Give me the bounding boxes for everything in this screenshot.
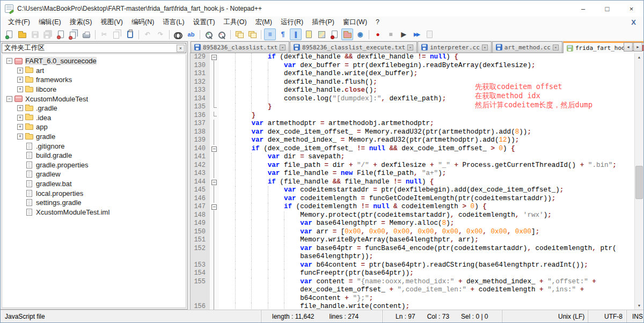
stop-macro-icon[interactable]: ■ bbox=[385, 28, 397, 40]
tab-scroll-left-icon[interactable]: ◄ bbox=[624, 42, 633, 52]
tree-item-frameworks[interactable]: +frameworks bbox=[2, 75, 186, 85]
save-all-icon[interactable] bbox=[42, 28, 54, 40]
code-text[interactable]: dexfile_handle.flush(); bbox=[219, 78, 634, 87]
paste-icon[interactable] bbox=[124, 28, 136, 40]
tree-item-gradlew-bat[interactable]: gradlew.bat bbox=[2, 179, 186, 189]
code-line-155[interactable]: 155var content = "{name:ooxx,method_idx:… bbox=[191, 278, 634, 303]
tree-expander-icon[interactable]: − bbox=[6, 96, 12, 102]
fold-toggle-icon[interactable]: − bbox=[211, 204, 217, 210]
menu-item-7[interactable]: 工具(O) bbox=[219, 17, 251, 28]
code-text[interactable]: if (dex_code_item_offset_ != null && dex… bbox=[219, 145, 634, 153]
code-line-139[interactable]: 139var dex_method_index_ = Memory.readU3… bbox=[191, 136, 634, 145]
code-line-138[interactable]: 138var dex_code_item_offset_ = Memory.re… bbox=[191, 128, 634, 137]
tree-expander-icon[interactable]: + bbox=[17, 86, 23, 92]
run-macro-multiple-icon[interactable]: ▶▶ bbox=[411, 28, 422, 40]
code-text[interactable]: var dir = savepath; bbox=[219, 153, 634, 162]
scroll-down-icon[interactable]: ▼ bbox=[635, 302, 643, 310]
code-line-156[interactable]: 156file_handle.write(content); bbox=[191, 303, 634, 310]
close-all-icon[interactable] bbox=[68, 28, 79, 40]
tree-expander-icon[interactable]: + bbox=[17, 77, 23, 83]
code-line-135[interactable]: 135} bbox=[191, 103, 634, 112]
tree-item-settings-gradle[interactable]: settings.gradle bbox=[2, 198, 186, 208]
document-map-icon[interactable] bbox=[316, 28, 327, 40]
code-text[interactable]: console.log("[dumpdex]:", dexfile_path); bbox=[219, 95, 634, 104]
code-text[interactable]: if (dexfile_handle && dexfile_handle != … bbox=[219, 53, 634, 62]
record-macro-icon[interactable]: ● bbox=[372, 28, 384, 40]
function-list-icon[interactable] bbox=[328, 28, 340, 40]
maximize-button[interactable]: □ bbox=[595, 1, 619, 17]
find-icon[interactable] bbox=[172, 28, 184, 40]
code-text[interactable]: var codeitemstartaddr = ptr(dexfilebegin… bbox=[219, 186, 634, 195]
tab-8958236-classlist-execute-txt[interactable]: 8958236_classlist_execute.txt× bbox=[290, 41, 417, 53]
menu-item-6[interactable]: 设置(T) bbox=[189, 17, 219, 28]
code-text[interactable]: var dex_method_index_ = Memory.readU32(p… bbox=[219, 136, 634, 145]
close-tab-icon[interactable]: × bbox=[407, 45, 413, 50]
menu-item-8[interactable]: 宏(M) bbox=[251, 17, 276, 28]
menu-item-4[interactable]: 编码(N) bbox=[127, 17, 158, 28]
code-line-132[interactable]: 132dexfile_handle.flush(); bbox=[191, 78, 634, 87]
code-line-147[interactable]: 147−if (codeitemlength != null & codeite… bbox=[191, 203, 634, 211]
menu-item-5[interactable]: 语言(L) bbox=[158, 17, 188, 28]
code-line-134[interactable]: 134console.log("[dumpdex]:", dexfile_pat… bbox=[191, 95, 634, 104]
close-tab-icon[interactable]: × bbox=[280, 45, 286, 50]
menu-item-1[interactable]: 编辑(E) bbox=[34, 17, 65, 28]
save-icon[interactable] bbox=[29, 28, 41, 40]
code-line-149[interactable]: 149var base64lengthptr = Memory.alloc(8)… bbox=[191, 219, 634, 228]
code-text[interactable]: if (codeitemlength != null & codeitemlen… bbox=[219, 203, 634, 211]
tree-item-gradle[interactable]: +gradle bbox=[2, 132, 186, 142]
code-text[interactable]: if (file_handle && file_handle != null) … bbox=[219, 178, 634, 187]
code-text[interactable]: } bbox=[219, 112, 634, 120]
fold-toggle-icon[interactable]: − bbox=[211, 180, 217, 185]
folder-as-workspace-icon[interactable] bbox=[341, 28, 353, 40]
code-text[interactable]: var artmethodptr = artmethodobj.artmetho… bbox=[219, 120, 634, 128]
cut-icon[interactable]: ✂ bbox=[98, 28, 110, 40]
indent-guide-icon[interactable]: ∥ bbox=[290, 28, 302, 40]
tree-item--gradle[interactable]: +.gradle bbox=[2, 104, 186, 113]
tree-item-app[interactable]: +app bbox=[2, 122, 186, 132]
tree-expander-icon[interactable]: + bbox=[17, 124, 23, 130]
code-text[interactable]: var codeitemlength = funcGetCodeItemLeng… bbox=[219, 195, 634, 203]
tree-expander-icon[interactable]: − bbox=[6, 58, 12, 64]
word-wrap-icon[interactable]: ≡ bbox=[264, 28, 276, 40]
code-line-136[interactable]: 136} bbox=[191, 112, 634, 120]
replace-icon[interactable]: ab bbox=[185, 28, 197, 40]
code-line-144[interactable]: 144−if (file_handle && file_handle != nu… bbox=[191, 178, 634, 187]
tree-item-build-gradle[interactable]: build.gradle bbox=[2, 151, 186, 160]
scrollbar-thumb[interactable] bbox=[635, 166, 643, 199]
tree-expander-icon[interactable]: + bbox=[17, 134, 23, 140]
code-line-143[interactable]: 143var file_handle = new File(file_path,… bbox=[191, 170, 634, 178]
tree-item-fart-6-0-sourcecode[interactable]: −FART_6.0_sourcecode bbox=[2, 56, 186, 66]
tree-expander-icon[interactable]: + bbox=[17, 105, 23, 111]
code-text[interactable]: Memory.protect(ptr(codeitemstartaddr), c… bbox=[219, 211, 634, 220]
zoom-out-icon[interactable]: − bbox=[216, 28, 228, 40]
tree-item-xcustommoduletest-iml[interactable]: XcustomModuleTest.iml bbox=[2, 208, 186, 217]
tree-expander-icon[interactable]: + bbox=[17, 115, 23, 121]
code-line-140[interactable]: 140−if (dex_code_item_offset_ != null &&… bbox=[191, 145, 634, 153]
menubar-close-doc-icon[interactable]: X bbox=[631, 18, 636, 26]
code-line-130[interactable]: 130var dex_buffer = ptr(dexfilebegin).re… bbox=[191, 62, 634, 70]
tree-item-libcore[interactable]: +libcore bbox=[2, 85, 186, 94]
code-text[interactable]: } bbox=[219, 103, 634, 112]
code-text[interactable]: var file_path = dir + "/" + dexfilesize … bbox=[219, 162, 634, 170]
close-tab-icon[interactable]: × bbox=[553, 45, 559, 50]
sync-horizontal-scroll-icon[interactable] bbox=[246, 28, 258, 40]
sync-vertical-scroll-icon[interactable] bbox=[233, 28, 245, 40]
code-text[interactable]: dexfile_handle.write(dex_buffer); bbox=[219, 70, 634, 78]
code-text[interactable]: var base64ptr = funcBase64_encode(ptr(co… bbox=[219, 245, 634, 261]
menu-item-11[interactable]: 窗口(W) bbox=[339, 17, 371, 28]
code-line-148[interactable]: 148Memory.protect(ptr(codeitemstartaddr)… bbox=[191, 211, 634, 220]
code-line-141[interactable]: 141var dir = savepath; bbox=[191, 153, 634, 162]
code-line-137[interactable]: 137var artmethodptr = artmethodobj.artme… bbox=[191, 120, 634, 128]
tab-art-method-cc[interactable]: art_method.cc× bbox=[492, 41, 562, 53]
doc-switcher-icon[interactable] bbox=[303, 28, 314, 40]
menu-item-0[interactable]: 文件(F) bbox=[4, 17, 34, 28]
code-text[interactable]: var base64lengthptr = Memory.alloc(8); bbox=[219, 219, 634, 228]
scroll-up-icon[interactable]: ▲ bbox=[635, 53, 643, 61]
show-all-characters-icon[interactable]: ¶ bbox=[277, 28, 289, 40]
code-text[interactable]: var dex_code_item_offset_ = Memory.readU… bbox=[219, 128, 634, 137]
code-line-145[interactable]: 145var codeitemstartaddr = ptr(dexfilebe… bbox=[191, 186, 634, 195]
vertical-scrollbar[interactable]: ▲ ▼ bbox=[634, 53, 643, 310]
code-text[interactable]: var content = "{name:ooxx,method_idx:" +… bbox=[219, 278, 634, 303]
print-icon[interactable] bbox=[80, 28, 92, 40]
tree-item--idea[interactable]: +.idea bbox=[2, 113, 186, 123]
